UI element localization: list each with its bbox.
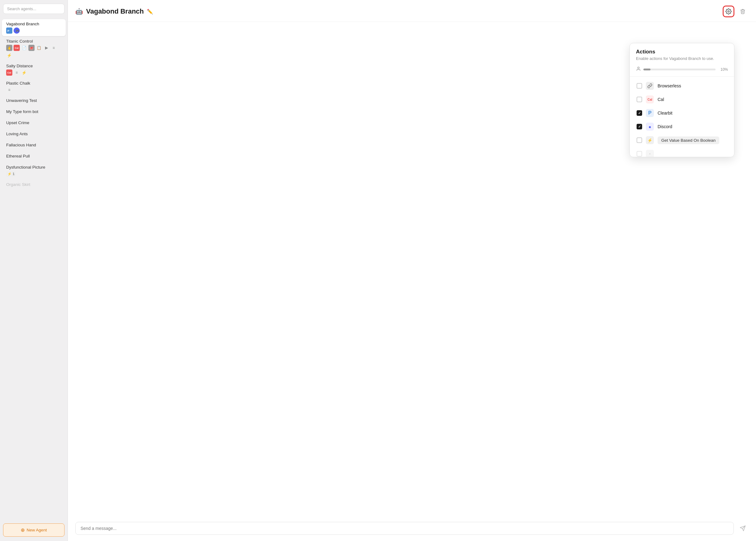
doc-icon: ≡ [14, 70, 20, 76]
action-checkbox-clearbit[interactable] [636, 110, 642, 116]
progress-bar-container [643, 69, 716, 70]
main-content: 🤖 Vagabond Branch ✏️ [68, 0, 756, 541]
agent-name: Vagabond Branch [6, 22, 61, 26]
sidebar-item-salty-distance[interactable]: Salty Distance Cal ≡ ⚡ [2, 61, 66, 78]
doc3-icon: ≡ [51, 45, 57, 51]
lightning-icon: ⚡ [646, 136, 654, 144]
agent-name: Salty Distance [6, 64, 61, 68]
action-label-cal: Cal [657, 97, 664, 102]
clearbit-icon: P [646, 109, 654, 117]
cal-icon: Cal [14, 45, 20, 51]
actions-subtitle: Enable actions for Vagabond Branch to us… [636, 56, 728, 61]
video-icon: ▶ [43, 45, 49, 51]
actions-dropdown: Actions Enable actions for Vagabond Bran… [630, 43, 734, 157]
lightning-icon: ⚡ [21, 70, 27, 76]
progress-percentage: 10% [718, 67, 728, 72]
progress-bar-fill [643, 69, 650, 70]
action-label-get-value-boolean: Get Value Based On Boolean [657, 137, 719, 144]
agent-icons: 🤚 Cal 📄 🐙 📋 ▶ ≡ ⚡ [6, 45, 61, 58]
sidebar-item-upset-crime[interactable]: Upset Crime [2, 118, 66, 129]
agent-name: Loving Ants [6, 132, 61, 136]
actions-progress: 10% [630, 64, 734, 76]
delete-button[interactable] [737, 6, 749, 17]
hand-icon: 🤚 [6, 45, 12, 51]
agent-name: Plastic Chalk [6, 81, 61, 86]
new-agent-button[interactable]: ⊕ New Agent [3, 523, 65, 537]
main-header: 🤖 Vagabond Branch ✏️ [68, 0, 756, 22]
new-agent-label: New Agent [27, 528, 47, 532]
actions-list: Browserless Cal Cal P Clearbit [630, 77, 734, 157]
header-actions [723, 6, 749, 17]
sidebar-item-my-type-form-bot[interactable]: My Type form bot [2, 107, 66, 118]
action-item-browserless[interactable]: Browserless [633, 79, 730, 93]
action-label-clearbit: Clearbit [657, 111, 672, 116]
agent-icons: P 🎮 [6, 27, 61, 34]
agent-name: Dysfunctional Picture [6, 165, 61, 170]
send-button[interactable] [737, 522, 749, 534]
message-input-row [68, 518, 756, 541]
sidebar-item-unwavering-test[interactable]: Unwavering Test [2, 96, 66, 107]
sidebar-item-organic-skirt[interactable]: Organic Skirt [2, 180, 66, 191]
send-icon [740, 525, 746, 531]
agent-icons: ⚡ 1 [6, 171, 61, 177]
new-agent-plus-icon: ⊕ [21, 527, 25, 533]
agent-icons: ≡ [6, 87, 61, 93]
svg-text:P: P [7, 29, 9, 32]
action-item-clearbit[interactable]: P Clearbit [633, 106, 730, 120]
sidebar: Search agents... Vagabond Branch P 🎮 Tit… [0, 0, 68, 541]
action-label-browserless: Browserless [657, 83, 681, 88]
action-checkbox-cal[interactable] [636, 97, 642, 102]
agent-name: Titanic Control [6, 39, 61, 44]
action-checkbox-partial [636, 151, 642, 157]
settings-button[interactable] [723, 6, 734, 17]
sidebar-item-titanic-control[interactable]: Titanic Control 🤚 Cal 📄 🐙 📋 ▶ ≡ ⚡ [2, 36, 66, 61]
svg-point-4 [637, 67, 639, 69]
agent-name: Fallacious Hand [6, 143, 61, 147]
discord-icon: 🎮 [14, 27, 20, 34]
actions-title: Actions [636, 49, 728, 55]
sidebar-item-fallacious-hand[interactable]: Fallacious Hand [2, 140, 66, 151]
action-checkbox-browserless[interactable] [636, 83, 642, 89]
svg-text:🎮: 🎮 [15, 29, 19, 32]
agent-icons: Cal ≡ ⚡ [6, 70, 61, 76]
page-title: Vagabond Branch [86, 7, 144, 15]
action-checkbox-get-value-boolean[interactable] [636, 137, 642, 143]
sidebar-item-ethereal-pull[interactable]: Ethereal Pull [2, 151, 66, 162]
sidebar-item-dysfunctional-picture[interactable]: Dysfunctional Picture ⚡ 1 [2, 163, 66, 180]
action-item-cal[interactable]: Cal Cal [633, 93, 730, 106]
agent-name: My Type form bot [6, 109, 61, 114]
action-label-discord: Discord [657, 124, 672, 129]
progress-user-icon [636, 66, 641, 73]
browserless-icon [646, 82, 654, 90]
svg-point-3 [728, 11, 729, 12]
partial-icon: ▪ [646, 150, 654, 157]
gear-icon [725, 8, 732, 15]
edit-icon[interactable]: ✏️ [147, 9, 153, 15]
discord-icon: ● [646, 123, 654, 131]
action-item-discord[interactable]: ● Discord [633, 120, 730, 133]
doc-icon: 📄 [21, 45, 27, 51]
doc-icon: ≡ [6, 87, 12, 93]
title-row: 🤖 Vagabond Branch ✏️ [75, 7, 153, 15]
lightning-icon: ⚡ [6, 52, 12, 58]
agent-name: Ethereal Pull [6, 154, 61, 159]
action-item-get-value-boolean[interactable]: ⚡ Get Value Based On Boolean [633, 133, 730, 147]
doc2-icon: 📋 [36, 45, 42, 51]
action-item-partial: ▪ [633, 147, 730, 157]
action-checkbox-discord[interactable] [636, 124, 642, 129]
search-placeholder: Search agents... [7, 6, 36, 11]
agent-bot-icon: 🤖 [75, 8, 83, 15]
agent-name: Upset Crime [6, 121, 61, 125]
sidebar-item-loving-ants[interactable]: Loving Ants [2, 129, 66, 140]
chat-area: Actions Enable actions for Vagabond Bran… [68, 22, 756, 518]
agent-name: Organic Skirt [6, 182, 61, 187]
cal-icon: Cal [646, 95, 654, 104]
cal-icon: Cal [6, 70, 12, 76]
sidebar-item-plastic-chalk[interactable]: Plastic Chalk ≡ [2, 78, 66, 95]
agent-name: Unwavering Test [6, 98, 61, 103]
message-input[interactable] [75, 522, 734, 535]
sidebar-item-vagabond-branch[interactable]: Vagabond Branch P 🎮 [2, 19, 66, 36]
search-input[interactable]: Search agents... [3, 4, 65, 14]
lightning-count-icon: ⚡ 1 [6, 171, 16, 177]
trash-icon [740, 9, 745, 14]
